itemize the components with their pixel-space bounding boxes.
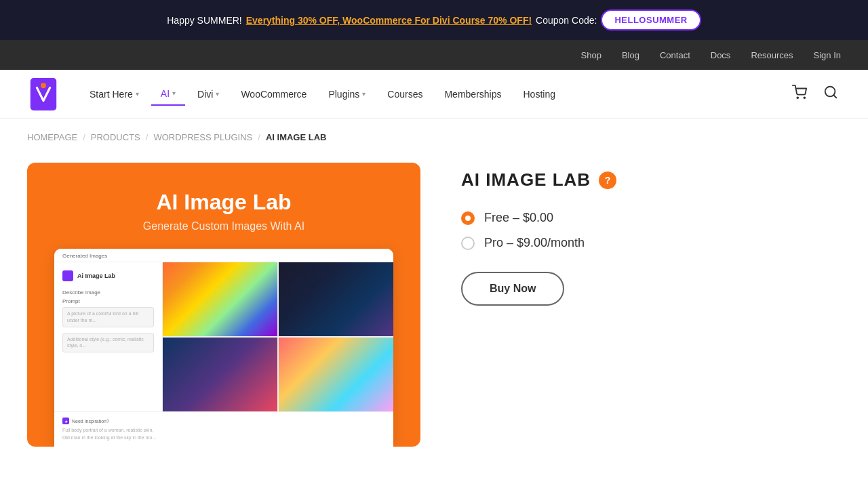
suggestion-label: Need Inspiration? [72, 419, 109, 424]
main-nav: Start Here ▾ AI ▾ Divi ▾ WooCommerce Plu… [0, 70, 868, 119]
pricing-option-free[interactable]: Free – $0.00 [461, 211, 841, 225]
nav-item-plugins[interactable]: Plugins ▾ [319, 83, 375, 105]
chevron-down-icon: ▾ [136, 90, 139, 98]
mock-suggestion-line2: Old man in the looking at the sky in the… [62, 434, 385, 442]
chevron-down-icon: ▾ [172, 89, 176, 97]
mock-suggestion: ★ Need Inspiration? [62, 418, 385, 424]
svg-line-5 [833, 95, 836, 98]
nav-item-woocommerce[interactable]: WooCommerce [231, 83, 316, 105]
product-title: AI IMAGE LAB [461, 169, 591, 190]
nav-item-ai[interactable]: AI ▾ [151, 83, 185, 106]
svg-point-3 [804, 97, 805, 98]
radio-free[interactable] [461, 211, 475, 225]
mock-ui: Generated Images Ai Image Lab Describe I… [54, 249, 393, 447]
product-title-row: AI IMAGE LAB ? [461, 169, 841, 190]
breadcrumb-homepage[interactable]: HOMEPAGE [27, 132, 77, 142]
mock-image-1 [163, 262, 277, 336]
breadcrumb-separator: / [258, 132, 260, 142]
top-nav: Shop Blog Contact Docs Resources Sign In [0, 40, 868, 70]
mock-describe-label: Describe Image [62, 289, 154, 296]
product-section: AI Image Lab Generate Custom Images With… [0, 156, 868, 474]
product-image-subtitle: Generate Custom Images With AI [143, 220, 304, 232]
svg-point-1 [41, 83, 46, 88]
mock-app-title: Ai Image Lab [77, 272, 115, 279]
generated-label: Generated Images [54, 249, 393, 262]
logo[interactable] [27, 78, 60, 110]
nav-item-courses[interactable]: Courses [378, 83, 432, 105]
mock-left-panel: Ai Image Lab Describe Image Prompt A pic… [54, 262, 163, 411]
top-nav-contact[interactable]: Contact [660, 50, 690, 60]
breadcrumb-products[interactable]: PRODUCTS [91, 132, 140, 142]
banner-link[interactable]: Everything 30% OFF, WooCommerce For Divi… [246, 15, 532, 26]
top-nav-shop[interactable]: Shop [581, 50, 601, 60]
nav-item-divi[interactable]: Divi ▾ [188, 83, 229, 105]
mock-image-grid [163, 262, 393, 411]
suggestion-icon: ★ [62, 418, 69, 424]
mock-prompt-input: A picture of a colorful bird on a hill u… [62, 307, 154, 327]
pricing-label-pro: Pro – $9.00/month [484, 236, 585, 250]
mock-prompt-label: Prompt [62, 298, 154, 304]
breadcrumb: HOMEPAGE / PRODUCTS / WORDPRESS PLUGINS … [27, 132, 841, 142]
search-button[interactable] [821, 82, 841, 106]
top-nav-blog[interactable]: Blog [622, 50, 639, 60]
nav-item-memberships[interactable]: Memberships [435, 83, 511, 105]
svg-point-2 [797, 97, 798, 98]
mock-prompt-text: A picture of a colorful bird on a hill u… [67, 310, 149, 324]
mock-image-4 [279, 338, 393, 411]
mock-image-3 [163, 338, 277, 411]
chevron-down-icon: ▾ [216, 90, 219, 98]
top-nav-signin[interactable]: Sign In [814, 50, 841, 60]
banner-text: Happy SUMMER! [167, 15, 241, 26]
mock-bottom: ★ Need Inspiration? Full body portrait o… [54, 411, 393, 447]
mock-suggestion-line1: Full body portrait of a woman, realistic… [62, 427, 385, 434]
product-image: AI Image Lab Generate Custom Images With… [27, 163, 420, 447]
radio-inner-free [465, 216, 471, 221]
top-nav-resources[interactable]: Resources [751, 50, 793, 60]
nav-icons [789, 82, 841, 106]
mock-style-text: Additional style (e.g.: comic, realistic… [67, 336, 149, 350]
breadcrumb-current: AI IMAGE LAB [266, 132, 327, 142]
svg-rect-0 [31, 78, 56, 110]
mock-image-2 [279, 262, 393, 336]
top-banner: Happy SUMMER! Everything 30% OFF, WooCom… [0, 0, 868, 40]
cart-button[interactable] [789, 82, 810, 106]
buy-now-button[interactable]: Buy Now [461, 272, 564, 306]
breadcrumb-section: HOMEPAGE / PRODUCTS / WORDPRESS PLUGINS … [0, 119, 868, 156]
coupon-text: Coupon Code: [536, 15, 597, 26]
mock-style-input: Additional style (e.g.: comic, realistic… [62, 333, 154, 353]
pricing-options: Free – $0.00 Pro – $9.00/month [461, 211, 841, 250]
pricing-option-pro[interactable]: Pro – $9.00/month [461, 236, 841, 250]
pricing-label-free: Free – $0.00 [484, 211, 553, 225]
breadcrumb-separator: / [83, 132, 85, 142]
nav-links: Start Here ▾ AI ▾ Divi ▾ WooCommerce Plu… [80, 83, 789, 106]
nav-item-start-here[interactable]: Start Here ▾ [80, 83, 149, 105]
top-nav-docs[interactable]: Docs [711, 50, 731, 60]
mock-logo-dot [62, 270, 73, 281]
mock-sidebar: Ai Image Lab Describe Image Prompt A pic… [54, 262, 393, 411]
search-icon [823, 85, 838, 100]
coupon-button[interactable]: HELLOSUMMER [601, 9, 701, 30]
product-image-title: AI Image Lab [156, 190, 291, 215]
nav-item-hosting[interactable]: Hosting [513, 83, 564, 105]
radio-pro[interactable] [461, 237, 475, 250]
mock-header: Ai Image Lab [62, 270, 154, 281]
logo-icon [27, 78, 60, 110]
product-details: AI IMAGE LAB ? Free – $0.00 Pro – $9.00/… [461, 163, 841, 306]
chevron-down-icon: ▾ [362, 90, 366, 98]
breadcrumb-wordpress-plugins[interactable]: WORDPRESS PLUGINS [153, 132, 252, 142]
cart-icon [792, 85, 807, 100]
help-icon[interactable]: ? [599, 171, 616, 189]
breadcrumb-separator: / [146, 132, 149, 142]
